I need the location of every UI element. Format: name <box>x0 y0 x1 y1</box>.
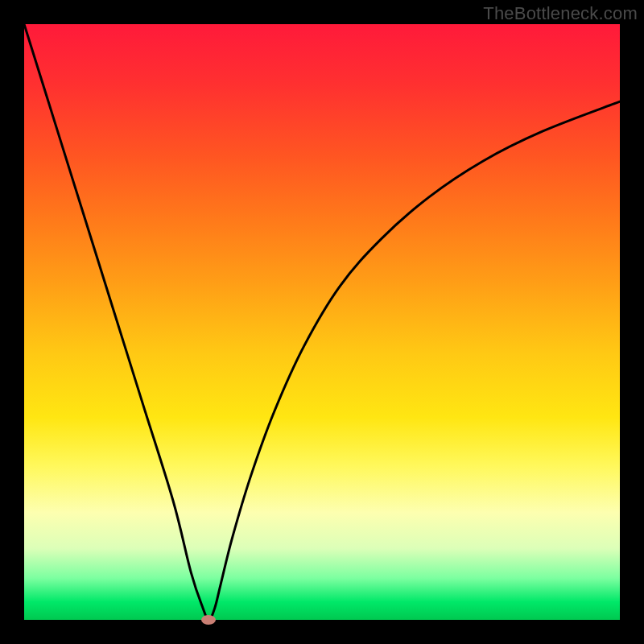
curve-layer <box>24 24 620 620</box>
bottleneck-curve <box>24 24 620 620</box>
optimum-marker <box>201 615 216 625</box>
chart-stage: TheBottleneck.com <box>0 0 644 644</box>
watermark-text: TheBottleneck.com <box>483 3 638 24</box>
plot-area <box>24 24 620 620</box>
